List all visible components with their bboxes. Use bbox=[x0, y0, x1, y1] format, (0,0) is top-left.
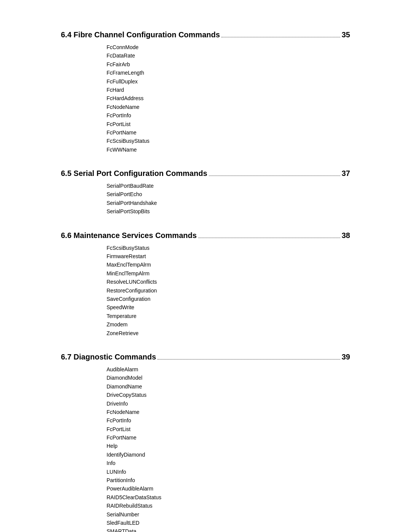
list-item: Help bbox=[107, 442, 350, 450]
page-container: 6.4 Fibre Channel Configuration Commands… bbox=[0, 0, 411, 532]
list-item: SerialPortHandshake bbox=[107, 199, 350, 207]
section-6-4-page: 35 bbox=[342, 30, 350, 39]
list-item: SerialPortStopBits bbox=[107, 207, 350, 216]
section-6-6-items: FcScsiBusyStatusFirmwareRestartMaxEnclTe… bbox=[61, 244, 350, 337]
list-item: SerialNumber bbox=[107, 510, 350, 519]
list-item: FcConnMode bbox=[107, 43, 350, 51]
section-6-5-heading: 6.5 Serial Port Configuration Commands37 bbox=[61, 169, 350, 178]
list-item: RestoreConfiguration bbox=[107, 286, 350, 295]
list-item: SerialPortBaudRate bbox=[107, 182, 350, 190]
list-item: Temperature bbox=[107, 312, 350, 320]
list-item: FcFrameLength bbox=[107, 69, 350, 77]
list-item: SerialPortEcho bbox=[107, 190, 350, 198]
section-6-6-page: 38 bbox=[342, 231, 350, 240]
list-item: ResolveLUNConflicts bbox=[107, 278, 350, 286]
list-item: FcScsiBusyStatus bbox=[107, 244, 350, 252]
list-item: Info bbox=[107, 459, 350, 467]
list-item: AudibleAlarm bbox=[107, 365, 350, 374]
list-item: FcNodeName bbox=[107, 103, 350, 111]
list-item: PowerAudibleAlarm bbox=[107, 484, 350, 493]
list-item: FirmwareRestart bbox=[107, 252, 350, 260]
section-6-7-dots bbox=[158, 359, 340, 359]
section-6-7: 6.7 Diagnostic Commands39AudibleAlarmDia… bbox=[61, 353, 350, 532]
list-item: SledFaultLED bbox=[107, 519, 350, 527]
list-item: SpeedWrite bbox=[107, 303, 350, 312]
list-item: FcHardAddress bbox=[107, 94, 350, 102]
section-6-6-heading: 6.6 Maintenance Services Commands38 bbox=[61, 231, 350, 240]
list-item: DiamondName bbox=[107, 382, 350, 391]
list-item: FcPortList bbox=[107, 425, 350, 433]
section-6-4-items: FcConnModeFcDataRateFcFairArbFcFrameLeng… bbox=[61, 43, 350, 154]
list-item: MinEnclTempAlrm bbox=[107, 269, 350, 278]
section-6-7-page: 39 bbox=[342, 353, 350, 361]
list-item: FcFullDuplex bbox=[107, 77, 350, 86]
list-item: FcScsiBusyStatus bbox=[107, 137, 350, 145]
section-6-4: 6.4 Fibre Channel Configuration Commands… bbox=[61, 30, 350, 154]
section-6-5: 6.5 Serial Port Configuration Commands37… bbox=[61, 169, 350, 216]
list-item: ZoneRetrieve bbox=[107, 329, 350, 337]
list-item: FcPortList bbox=[107, 120, 350, 128]
list-item: SaveConfiguration bbox=[107, 295, 350, 303]
section-6-6-dots bbox=[198, 238, 340, 238]
section-6-5-title: 6.5 Serial Port Configuration Commands bbox=[61, 169, 207, 178]
list-item: IdentifyDiamond bbox=[107, 451, 350, 459]
section-6-7-items: AudibleAlarmDiamondModelDiamondNameDrive… bbox=[61, 365, 350, 532]
list-item: MaxEnclTempAlrm bbox=[107, 260, 350, 269]
section-6-7-title: 6.7 Diagnostic Commands bbox=[61, 353, 156, 361]
list-item: FcNodeName bbox=[107, 408, 350, 416]
list-item: FcWWName bbox=[107, 145, 350, 154]
list-item: DriveInfo bbox=[107, 399, 350, 408]
list-item: FcPortInfo bbox=[107, 416, 350, 425]
section-6-6-title: 6.6 Maintenance Services Commands bbox=[61, 231, 197, 240]
list-item: FcDataRate bbox=[107, 51, 350, 60]
list-item: SMARTData bbox=[107, 527, 350, 532]
section-6-5-items: SerialPortBaudRateSerialPortEchoSerialPo… bbox=[61, 182, 350, 216]
section-6-5-dots bbox=[209, 176, 340, 176]
list-item: Zmodem bbox=[107, 320, 350, 329]
list-item: FcPortName bbox=[107, 128, 350, 137]
list-item: FcPortName bbox=[107, 433, 350, 442]
section-6-4-dots bbox=[221, 37, 340, 37]
list-item: PartitionInfo bbox=[107, 476, 350, 484]
section-6-7-heading: 6.7 Diagnostic Commands39 bbox=[61, 353, 350, 361]
section-6-4-title: 6.4 Fibre Channel Configuration Commands bbox=[61, 30, 220, 39]
section-6-4-heading: 6.4 Fibre Channel Configuration Commands… bbox=[61, 30, 350, 39]
list-item: DriveCopyStatus bbox=[107, 391, 350, 399]
list-item: FcHard bbox=[107, 86, 350, 94]
list-item: DiamondModel bbox=[107, 374, 350, 382]
list-item: FcPortInfo bbox=[107, 111, 350, 120]
section-6-5-page: 37 bbox=[342, 169, 350, 178]
list-item: RAID5ClearDataStatus bbox=[107, 493, 350, 502]
list-item: FcFairArb bbox=[107, 60, 350, 69]
list-item: LUNInfo bbox=[107, 468, 350, 476]
list-item: RAIDRebuildStatus bbox=[107, 502, 350, 510]
section-6-6: 6.6 Maintenance Services Commands38FcScs… bbox=[61, 231, 350, 337]
